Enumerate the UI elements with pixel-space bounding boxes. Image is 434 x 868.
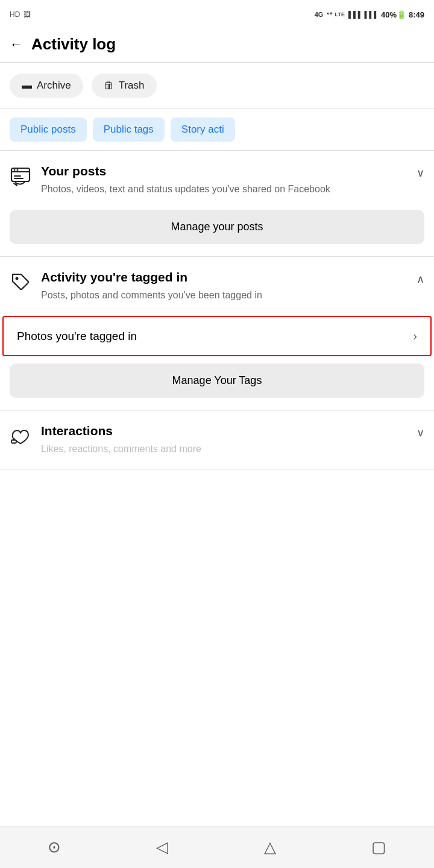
- tagged-activity-chevron: ∧: [417, 270, 424, 286]
- tagged-activity-header[interactable]: Activity you're tagged in Posts, photos …: [0, 257, 434, 316]
- status-bar: HD 🖼 4G ᵛᵒLTE ▌▌▌ ▌▌▌ 40%🔋 8:49: [0, 0, 434, 27]
- interactions-chevron: ∨: [417, 424, 424, 439]
- tag-icon: [10, 271, 31, 297]
- archive-button[interactable]: ▬ Archive: [10, 74, 83, 98]
- manage-posts-button[interactable]: Manage your posts: [10, 210, 424, 244]
- archive-label: Archive: [37, 80, 71, 92]
- your-posts-section: Your posts Photos, videos, text and stat…: [0, 151, 434, 257]
- tagged-activity-text: Activity you're tagged in Posts, photos …: [41, 270, 407, 303]
- tab-public-tags[interactable]: Public tags: [93, 118, 165, 142]
- page-header: ← Activity log: [0, 27, 434, 63]
- photos-tagged-label: Photos you're tagged in: [17, 330, 137, 343]
- interactions-text: Interactions Likes, reactions, comments …: [41, 424, 407, 456]
- photos-tagged-item[interactable]: Photos you're tagged in ›: [2, 316, 432, 356]
- svg-rect-4: [11, 440, 16, 443]
- tagged-activity-desc: Posts, photos and comments you've been t…: [41, 288, 407, 303]
- battery-level: 40%🔋: [381, 10, 406, 19]
- nav-recents-icon[interactable]: ▢: [371, 838, 386, 857]
- your-posts-text: Your posts Photos, videos, text and stat…: [41, 164, 407, 197]
- bottom-navigation: ⊙ ◁ △ ▢: [0, 826, 434, 868]
- your-posts-header[interactable]: Your posts Photos, videos, text and stat…: [0, 151, 434, 210]
- tab-public-posts[interactable]: Public posts: [10, 118, 87, 142]
- interactions-header[interactable]: Interactions Likes, reactions, comments …: [0, 410, 434, 470]
- tagged-activity-title: Activity you're tagged in: [41, 270, 407, 285]
- manage-tags-button[interactable]: Manage Your Tags: [10, 363, 424, 398]
- svg-point-3: [16, 277, 19, 280]
- filter-tabs-row: Public posts Public tags Story acti: [0, 109, 434, 151]
- interactions-icon: [10, 425, 31, 451]
- trash-button[interactable]: 🗑 Trash: [92, 74, 157, 98]
- hd-label: HD: [10, 10, 20, 19]
- image-icon: 🖼: [24, 10, 31, 19]
- svg-point-2: [17, 169, 19, 171]
- action-buttons-row: ▬ Archive 🗑 Trash: [0, 63, 434, 109]
- archive-icon: ▬: [22, 80, 32, 92]
- your-posts-chevron: ∨: [417, 164, 424, 180]
- your-posts-title: Your posts: [41, 164, 407, 178]
- svg-point-1: [14, 169, 16, 171]
- your-posts-desc: Photos, videos, text and status updates …: [41, 182, 407, 197]
- photos-tagged-arrow: ›: [413, 329, 417, 343]
- back-button[interactable]: ←: [10, 37, 23, 52]
- posts-icon: [10, 165, 31, 191]
- nav-home-icon[interactable]: ⊙: [48, 838, 61, 857]
- network-info: 4G ᵛᵒLTE ▌▌▌ ▌▌▌: [315, 11, 379, 19]
- status-left: HD 🖼: [10, 10, 31, 19]
- nav-back-icon[interactable]: ◁: [156, 838, 168, 857]
- interactions-section: Interactions Likes, reactions, comments …: [0, 410, 434, 470]
- page-title: Activity log: [31, 35, 116, 54]
- trash-label: Trash: [119, 80, 145, 92]
- nav-up-icon[interactable]: △: [264, 838, 276, 857]
- interactions-title: Interactions: [41, 424, 407, 438]
- tab-story-activity[interactable]: Story acti: [171, 118, 235, 142]
- trash-icon: 🗑: [104, 80, 114, 92]
- interactions-desc: Likes, reactions, comments and more: [41, 442, 407, 456]
- tagged-activity-section: Activity you're tagged in Posts, photos …: [0, 257, 434, 410]
- clock: 8:49: [409, 10, 424, 19]
- status-right: 4G ᵛᵒLTE ▌▌▌ ▌▌▌ 40%🔋 8:49: [315, 10, 424, 19]
